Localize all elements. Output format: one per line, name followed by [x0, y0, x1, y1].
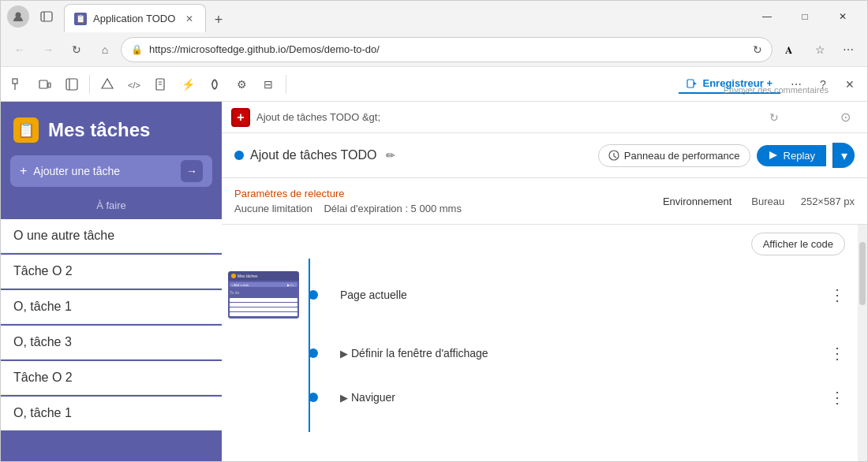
new-tab-button[interactable]: +: [206, 7, 231, 32]
todo-sidebar: 📋 Mes tâches + Ajouter une tâche → À fai…: [1, 102, 222, 461]
replay-button[interactable]: Replay: [757, 145, 826, 166]
svg-marker-19: [769, 151, 777, 159]
profile-icon[interactable]: [7, 6, 29, 28]
step-content-0: Page actuelle ⋮: [327, 285, 845, 304]
performance-icon[interactable]: ⚡: [177, 73, 199, 95]
svg-point-15: [212, 80, 217, 89]
task-item-4[interactable]: Tâche O 2: [1, 361, 222, 395]
env-size: 252×587 px: [801, 196, 855, 207]
svg-rect-16: [687, 80, 694, 88]
task-item-5[interactable]: O, tâche 1: [1, 397, 222, 430]
devtools-toolbar: </> ⚡ ⚙ ⊟ Enregistreur + ⋯ ? ✕: [1, 67, 867, 102]
todo-app-title: Mes tâches: [48, 119, 150, 141]
tab-favicon: 📋: [74, 13, 87, 25]
settings-icon[interactable]: ⚙: [230, 73, 253, 95]
show-code-button[interactable]: Afficher le code: [751, 233, 845, 255]
recording-actions: Panneau de performance Replay ▾: [598, 143, 855, 168]
step-content-2: ▶ Naviguer ⋮: [327, 388, 845, 407]
replay-dropdown-button[interactable]: ▾: [832, 143, 855, 168]
toolbar-icons: 𝐀 ☆ ⋯: [779, 37, 861, 62]
perf-btn-label: Panneau de performance: [624, 150, 740, 162]
more-tools-icon[interactable]: ⋯: [836, 37, 861, 62]
sidebar-panel-icon[interactable]: [61, 73, 83, 95]
recording-status-dot: [234, 151, 244, 160]
recording-params: Paramètres de relecture Aucune limitatio…: [222, 178, 867, 225]
params-label: Paramètres de relecture: [234, 188, 462, 199]
recording-add-button[interactable]: +: [231, 108, 250, 127]
section-label: À faire: [1, 196, 222, 218]
add-arrow-icon: →: [181, 160, 203, 182]
main-area: 📋 Mes tâches + Ajouter une tâche → À fai…: [1, 102, 867, 461]
step-row-2: ▶ Naviguer ⋮: [222, 375, 858, 419]
step-expander-2[interactable]: ▶: [340, 392, 348, 404]
elements-icon[interactable]: [96, 73, 118, 95]
address-bar-row: ← → ↻ ⌂ 🔒 https://microsoftedge.github.i…: [1, 32, 867, 67]
step-more-0[interactable]: ⋮: [829, 285, 845, 304]
params-left: Paramètres de relecture Aucune limitatio…: [234, 188, 462, 214]
read-aloud-icon[interactable]: 𝐀: [779, 37, 804, 62]
inspect-element-icon[interactable]: [7, 73, 29, 95]
tasks-list: O une autre tâche Tâche O 2 O, tâche 1 O…: [1, 218, 222, 432]
more-panels-icon[interactable]: ⊟: [257, 73, 279, 95]
active-tab[interactable]: 📋 Application TODO ✕: [64, 4, 206, 32]
favorites-icon[interactable]: ☆: [807, 37, 832, 62]
edit-recording-icon[interactable]: ✏: [386, 149, 395, 162]
svg-rect-1: [41, 12, 52, 21]
svg-rect-4: [13, 79, 17, 84]
scrollbar-thumb[interactable]: [859, 242, 866, 305]
forward-button[interactable]: →: [36, 37, 61, 62]
step-expander-1[interactable]: ▶: [340, 348, 348, 360]
refresh-button[interactable]: ↻: [64, 37, 89, 62]
todo-header: 📋 Mes tâches: [1, 102, 222, 155]
performance-panel-button[interactable]: Panneau de performance: [598, 144, 750, 167]
task-item-0[interactable]: O une autre tâche: [1, 219, 222, 253]
back-button[interactable]: ←: [7, 37, 32, 62]
home-button[interactable]: ⌂: [92, 37, 118, 62]
network-icon[interactable]: [204, 73, 226, 95]
params-right: Environnement Bureau 252×587 px: [663, 188, 855, 214]
step-content-1: ▶ Définir la fenêtre d'affichage ⋮: [327, 344, 845, 363]
recording-bar-title: Ajout de tâches TODO &gt;: [256, 111, 763, 123]
minimize-button[interactable]: —: [749, 4, 785, 29]
task-item-1[interactable]: Tâche O 2: [1, 255, 222, 289]
task-item-3[interactable]: O, tâche 3: [1, 326, 222, 360]
devtools-close-button[interactable]: ✕: [839, 73, 861, 95]
feedback-icon[interactable]: ⊙: [832, 105, 858, 130]
steps-scroll-area: Afficher le code: [222, 225, 858, 461]
lock-icon: 🔒: [131, 44, 143, 55]
recording-name: Ajout de tâches TODO: [250, 148, 376, 162]
address-refresh-icon[interactable]: ↻: [753, 43, 762, 56]
env-type: Bureau: [751, 196, 784, 207]
timeline-dot-1: [309, 348, 318, 358]
sources-icon[interactable]: [150, 73, 172, 95]
address-bar[interactable]: 🔒 https://microsoftedge.github.io/Demos/…: [121, 37, 773, 62]
device-emulation-icon[interactable]: [34, 73, 56, 95]
svg-text:</>: </>: [128, 80, 140, 90]
timeout-text: Délai d'expiration : 5 000 mms: [324, 203, 461, 214]
recording-bar: + Ajout de tâches TODO &gt; ↻ Envoyer de…: [222, 102, 867, 133]
plus-icon: +: [20, 164, 27, 178]
task-item-2[interactable]: O, tâche 1: [1, 290, 222, 324]
step-row-1: ▶ Définir la fenêtre d'affichage ⋮: [222, 331, 858, 375]
step-more-1[interactable]: ⋮: [829, 344, 845, 363]
close-button[interactable]: ✕: [825, 4, 861, 29]
step-title-2: Naviguer: [351, 391, 395, 404]
tab-close-button[interactable]: ✕: [183, 13, 196, 25]
tabs-area: 📋 Application TODO ✕ +: [64, 1, 743, 32]
maximize-button[interactable]: □: [787, 4, 823, 29]
env-label: Environnement: [663, 196, 731, 207]
todo-app-icon: 📋: [13, 117, 39, 143]
tab-title: Application TODO: [93, 13, 177, 24]
add-task-label: Ajouter une tâche: [33, 165, 120, 177]
window-controls: — □ ✕: [749, 4, 861, 29]
svg-rect-6: [39, 80, 47, 88]
timeline-line: [309, 259, 310, 432]
recording-header: Ajout de tâches TODO ✏ Panneau de perfor…: [222, 133, 867, 178]
sidebar-toggle-button[interactable]: [36, 6, 58, 28]
right-scrollbar[interactable]: [858, 225, 867, 461]
step-more-2[interactable]: ⋮: [829, 388, 845, 407]
svg-marker-10: [102, 79, 113, 88]
add-task-button[interactable]: + Ajouter une tâche →: [10, 155, 212, 187]
params-value: Aucune limitation Délai d'expiration : 5…: [234, 203, 462, 214]
console-icon[interactable]: </>: [123, 73, 145, 95]
